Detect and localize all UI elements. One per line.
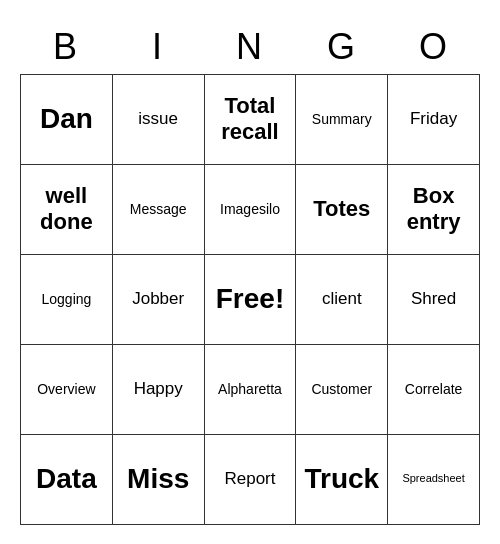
- bingo-card: BINGO DanissueTotal recallSummaryFridayw…: [20, 20, 480, 525]
- bingo-cell-9: Box entry: [388, 165, 480, 255]
- header-letter-I: I: [112, 20, 204, 74]
- bingo-cell-4: Friday: [388, 75, 480, 165]
- bingo-cell-text-22: Report: [224, 469, 275, 489]
- bingo-cell-text-21: Miss: [127, 462, 189, 496]
- bingo-cell-text-4: Friday: [410, 109, 457, 129]
- bingo-cell-18: Customer: [296, 345, 388, 435]
- bingo-cell-13: client: [296, 255, 388, 345]
- bingo-cell-7: Imagesilo: [205, 165, 297, 255]
- bingo-cell-21: Miss: [113, 435, 205, 525]
- bingo-cell-text-17: Alpharetta: [218, 381, 282, 398]
- bingo-cell-text-14: Shred: [411, 289, 456, 309]
- bingo-cell-14: Shred: [388, 255, 480, 345]
- bingo-cell-text-20: Data: [36, 462, 97, 496]
- bingo-cell-19: Correlate: [388, 345, 480, 435]
- bingo-header: BINGO: [20, 20, 480, 74]
- bingo-cell-text-10: Logging: [41, 291, 91, 308]
- header-letter-O: O: [388, 20, 480, 74]
- header-letter-N: N: [204, 20, 296, 74]
- header-letter-G: G: [296, 20, 388, 74]
- bingo-cell-text-19: Correlate: [405, 381, 463, 398]
- bingo-cell-12: Free!: [205, 255, 297, 345]
- bingo-cell-text-3: Summary: [312, 111, 372, 128]
- bingo-cell-text-12: Free!: [216, 282, 284, 316]
- bingo-cell-17: Alpharetta: [205, 345, 297, 435]
- bingo-cell-text-6: Message: [130, 201, 187, 218]
- bingo-grid: DanissueTotal recallSummaryFridaywell do…: [20, 74, 480, 525]
- bingo-cell-text-9: Box entry: [392, 183, 475, 236]
- bingo-cell-text-15: Overview: [37, 381, 95, 398]
- bingo-cell-text-7: Imagesilo: [220, 201, 280, 218]
- bingo-cell-20: Data: [21, 435, 113, 525]
- bingo-cell-2: Total recall: [205, 75, 297, 165]
- bingo-cell-16: Happy: [113, 345, 205, 435]
- bingo-cell-text-24: Spreadsheet: [402, 472, 464, 485]
- bingo-cell-10: Logging: [21, 255, 113, 345]
- bingo-cell-6: Message: [113, 165, 205, 255]
- bingo-cell-22: Report: [205, 435, 297, 525]
- bingo-cell-text-8: Totes: [313, 196, 370, 222]
- bingo-cell-text-13: client: [322, 289, 362, 309]
- bingo-cell-5: well done: [21, 165, 113, 255]
- bingo-cell-text-23: Truck: [304, 462, 379, 496]
- bingo-cell-1: issue: [113, 75, 205, 165]
- bingo-cell-24: Spreadsheet: [388, 435, 480, 525]
- bingo-cell-8: Totes: [296, 165, 388, 255]
- bingo-cell-15: Overview: [21, 345, 113, 435]
- bingo-cell-11: Jobber: [113, 255, 205, 345]
- bingo-cell-0: Dan: [21, 75, 113, 165]
- bingo-cell-23: Truck: [296, 435, 388, 525]
- header-letter-B: B: [20, 20, 112, 74]
- bingo-cell-3: Summary: [296, 75, 388, 165]
- bingo-cell-text-11: Jobber: [132, 289, 184, 309]
- bingo-cell-text-16: Happy: [134, 379, 183, 399]
- bingo-cell-text-2: Total recall: [209, 93, 292, 146]
- bingo-cell-text-5: well done: [25, 183, 108, 236]
- bingo-cell-text-1: issue: [138, 109, 178, 129]
- bingo-cell-text-0: Dan: [40, 102, 93, 136]
- bingo-cell-text-18: Customer: [311, 381, 372, 398]
